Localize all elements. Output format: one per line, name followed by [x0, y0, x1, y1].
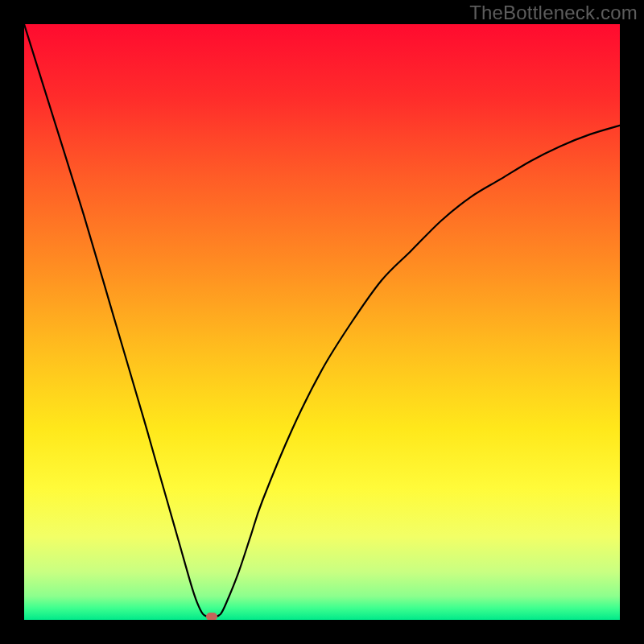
plot-area [24, 24, 620, 620]
chart-container: TheBottleneck.com [0, 0, 644, 644]
watermark-text: TheBottleneck.com [469, 2, 638, 24]
bottleneck-curve [24, 24, 620, 620]
optimal-point-marker [206, 613, 217, 620]
